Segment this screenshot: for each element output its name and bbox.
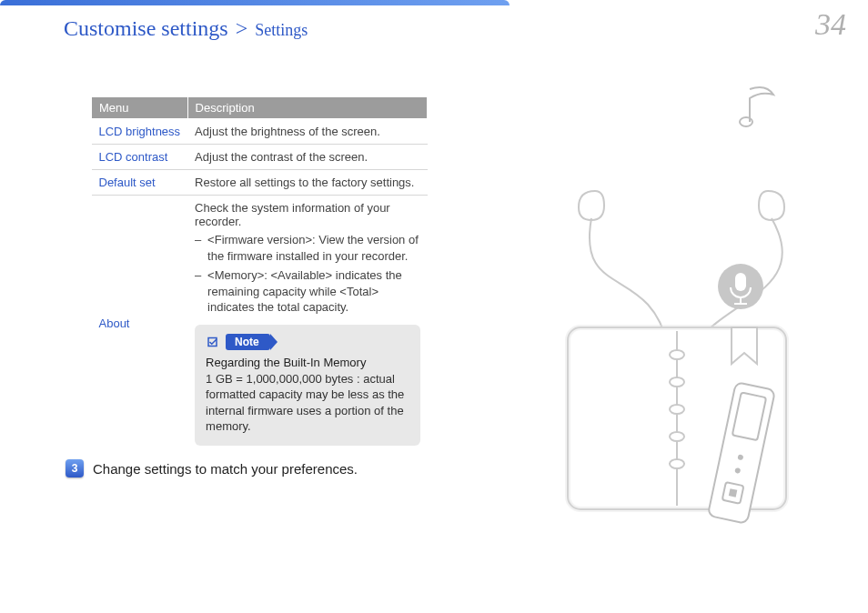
breadcrumb-section: Customise settings: [64, 16, 228, 40]
table-row: Default set Restore all settings to the …: [92, 170, 428, 196]
note-check-icon: [206, 334, 222, 350]
note-title: Regarding the Built-In Memory: [206, 356, 409, 369]
menu-desc: Restore all settings to the factory sett…: [187, 170, 427, 196]
content-column: Menu Description LCD brightness Adjust t…: [91, 96, 428, 451]
top-accent-bar: [0, 0, 510, 5]
svg-point-11: [670, 432, 684, 441]
svg-rect-2: [735, 273, 746, 291]
step-text: Change settings to match your preference…: [93, 461, 358, 477]
music-note-icon: [740, 87, 773, 126]
menu-desc: Adjust the contrast of the screen.: [187, 145, 427, 170]
illustration: [540, 82, 841, 537]
breadcrumb: Customise settings > Settings: [64, 16, 308, 41]
note-header: Note: [206, 334, 270, 350]
breadcrumb-separator: >: [236, 16, 248, 40]
menu-name-about: About: [92, 196, 188, 451]
svg-point-9: [670, 377, 684, 387]
menu-desc: Adjust the brightness of the screen.: [187, 119, 427, 145]
table-row: LCD brightness Adjust the brightness of …: [92, 119, 428, 145]
step-row: 3 Change settings to match your preferen…: [66, 459, 358, 477]
header-description: Description: [187, 97, 427, 119]
breadcrumb-sub: Settings: [255, 21, 308, 39]
menu-name: Default set: [92, 170, 188, 196]
menu-name: LCD contrast: [92, 145, 188, 170]
svg-point-12: [670, 459, 684, 468]
microphone-icon: [718, 264, 763, 309]
note-label: Note: [226, 334, 270, 350]
table-row: LCD contrast Adjust the contrast of the …: [92, 145, 428, 170]
menu-name: LCD brightness: [92, 119, 188, 145]
svg-point-8: [670, 350, 684, 359]
about-intro: Check the system information of your rec…: [195, 201, 419, 228]
svg-rect-16: [729, 488, 737, 497]
header-menu: Menu: [92, 97, 188, 119]
about-item: <Memory>: <Available> indicates the rema…: [195, 267, 419, 316]
note-box: Note Regarding the Built-In Memory 1 GB …: [195, 325, 419, 446]
page-number: 34: [815, 7, 846, 42]
table-row-about: About Check the system information of yo…: [92, 196, 428, 451]
about-item: <Firmware version>: View the version of …: [195, 232, 419, 264]
table-header-row: Menu Description: [92, 97, 428, 119]
svg-point-10: [670, 405, 684, 414]
manual-page: Customise settings > Settings 34 Menu De…: [0, 0, 868, 613]
menu-desc-about: Check the system information of your rec…: [187, 196, 427, 451]
step-number-badge: 3: [66, 459, 84, 477]
about-detail-list: <Firmware version>: View the version of …: [195, 232, 419, 316]
settings-table: Menu Description LCD brightness Adjust t…: [91, 96, 428, 451]
note-body: 1 GB = 1,000,000,000 bytes : actual form…: [206, 371, 409, 435]
